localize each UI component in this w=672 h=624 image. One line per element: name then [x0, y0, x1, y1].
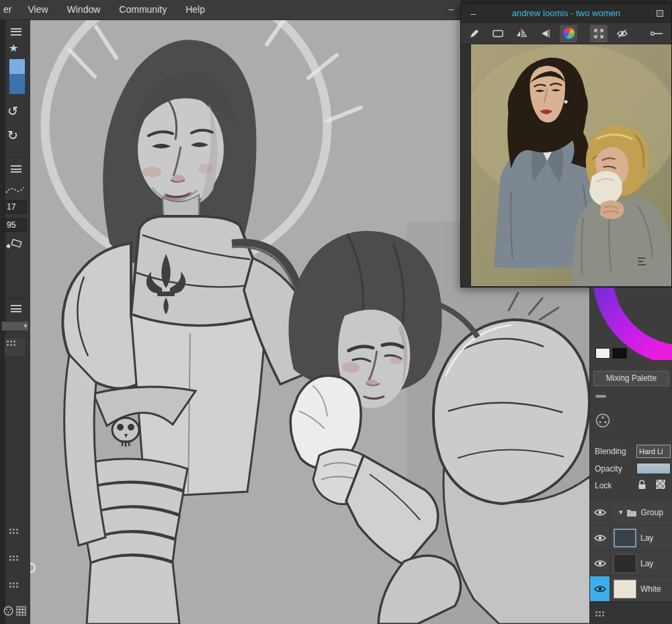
blending-label: Blending — [595, 447, 626, 456]
reference-painting — [471, 44, 671, 286]
application-window: er View Window Community Help – ★ ↺ ↻ ▾ — [0, 0, 672, 624]
undo-icon[interactable]: ↺ — [7, 105, 18, 118]
reference-toolbar — [461, 23, 671, 44]
reference-window: – andrew loomis - two women — [460, 3, 672, 287]
layer-row-selected[interactable]: White — [590, 576, 672, 602]
right-docker-panel: Mixing Palette Blending Hard Li Opacity … — [589, 287, 672, 624]
options-docker-menu-icon[interactable] — [11, 305, 22, 312]
layer-name: Lay — [640, 559, 653, 568]
star-icon[interactable]: ★ — [9, 43, 18, 54]
mixing-palette-button[interactable]: Mixing Palette — [593, 371, 669, 386]
lock-icon[interactable] — [638, 479, 646, 490]
brush-opacity-input[interactable] — [4, 218, 27, 232]
eye-icon — [594, 585, 606, 593]
docker-menu-icon[interactable] — [11, 28, 22, 36]
opacity-label: Opacity — [595, 464, 622, 474]
layer-visibility-toggle[interactable] — [590, 525, 610, 550]
menu-item-view[interactable]: View — [18, 0, 57, 19]
tool-option-dropdown[interactable]: ▾ — [1, 321, 29, 331]
crop-rectangle-icon[interactable] — [489, 25, 507, 42]
alpha-lock-icon[interactable] — [655, 479, 666, 490]
eye-icon — [594, 534, 606, 542]
hide-overlay-icon[interactable] — [614, 25, 631, 42]
docker-grip-icon[interactable] — [9, 528, 19, 535]
grip-dots-icon — [6, 340, 16, 347]
layer-row[interactable]: Lay — [590, 525, 672, 551]
layer-thumbnail[interactable] — [614, 580, 636, 598]
brush-docker-menu-icon[interactable] — [11, 165, 22, 173]
toolbar-divider — [6, 157, 26, 158]
lock-label: Lock — [595, 481, 612, 490]
detach-icon[interactable] — [657, 10, 663, 17]
brush-size-input[interactable] — [4, 200, 27, 214]
opacity-slider[interactable] — [636, 463, 671, 474]
docker-grip-icon[interactable] — [9, 555, 19, 562]
eraser-icon[interactable] — [6, 238, 24, 250]
left-toolbar: ★ ↺ ↻ ▾ — [0, 20, 30, 624]
layer-thumbnail[interactable] — [614, 529, 636, 547]
reference-window-title: andrew loomis - two women — [476, 8, 657, 18]
blending-mode-dropdown[interactable]: Hard Li — [636, 445, 671, 458]
layer-name: White — [640, 584, 661, 594]
layer-visibility-toggle[interactable] — [590, 500, 610, 525]
reference-image[interactable] — [471, 44, 671, 286]
panel-grip-handle[interactable] — [595, 395, 606, 398]
layer-row[interactable]: Lay — [590, 551, 672, 576]
folder-icon — [626, 508, 637, 517]
flip-vertical-icon[interactable] — [536, 25, 554, 42]
menu-item-window[interactable]: Window — [58, 0, 110, 19]
grid-icon[interactable] — [16, 606, 26, 616]
flip-horizontal-icon[interactable] — [513, 25, 530, 42]
layer-list: ▾ Group Lay Lay — [590, 500, 672, 602]
redo-icon[interactable]: ↻ — [7, 129, 18, 142]
selected-tool-swatch[interactable] — [9, 58, 26, 95]
minimize-icon[interactable]: – — [442, 0, 460, 19]
color-wheel-icon[interactable] — [560, 25, 577, 42]
layer-name: Lay — [640, 533, 653, 543]
color-wheel-swatch — [563, 28, 575, 39]
menu-item-community[interactable]: Community — [110, 0, 176, 19]
menu-item-layer[interactable]: er — [0, 0, 18, 19]
toolbar-divider — [6, 298, 26, 299]
eye-icon — [594, 508, 606, 517]
layer-visibility-toggle[interactable] — [590, 551, 610, 576]
chevron-down-icon[interactable]: ▾ — [619, 508, 623, 517]
layer-row-group[interactable]: ▾ Group — [590, 500, 672, 525]
measure-line-icon[interactable] — [648, 25, 665, 42]
palette-icon[interactable] — [3, 606, 13, 616]
docker-grip-icon[interactable] — [9, 582, 19, 588]
color-picker-icon[interactable] — [466, 25, 483, 42]
reference-window-titlebar[interactable]: – andrew loomis - two women — [461, 4, 671, 23]
layer-thumbnail[interactable] — [614, 554, 636, 573]
fit-to-view-icon[interactable] — [590, 25, 607, 42]
foreground-color-swatch[interactable] — [595, 348, 610, 359]
palette-options-icon[interactable] — [595, 412, 611, 429]
collapse-icon[interactable]: – — [470, 8, 476, 19]
menu-bar: er View Window Community Help — [0, 0, 460, 20]
menu-item-help[interactable]: Help — [176, 0, 214, 19]
docker-panel-stub[interactable] — [4, 337, 26, 357]
brush-smoothing-icon[interactable] — [5, 185, 25, 195]
background-color-swatch[interactable] — [612, 348, 627, 359]
panel-bottom-strip — [590, 602, 672, 624]
layer-visibility-toggle[interactable] — [590, 576, 610, 601]
layer-name: Group — [641, 508, 663, 517]
eye-icon — [594, 560, 606, 568]
docker-grip-icon[interactable] — [595, 611, 605, 617]
